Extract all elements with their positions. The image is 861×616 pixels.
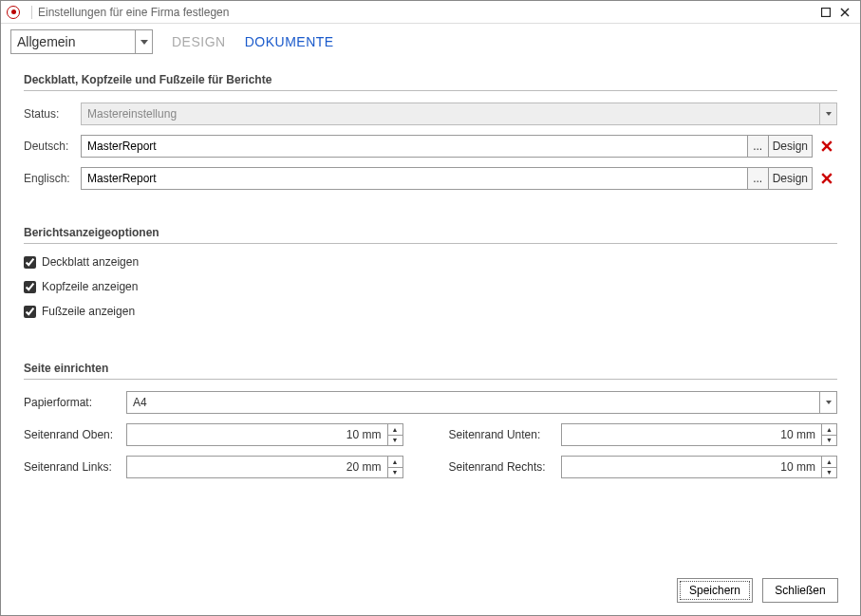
margin-left-spinner[interactable]: 20 mm ▲▼ [126,456,403,478]
close-icon [821,173,833,184]
save-button[interactable]: Speichern [677,578,753,603]
fusszeile-checkbox-row[interactable]: Fußzeile anzeigen [24,305,837,318]
margin-top-value: 10 mm [127,428,387,441]
deutsch-delete-button[interactable] [816,135,837,158]
scope-select-button[interactable] [135,30,152,53]
section-title-display: Berichtsanzeigeoptionen [24,226,837,239]
section-divider [24,379,837,380]
margin-bottom-spinner[interactable]: 10 mm ▲▼ [561,423,838,446]
margin-right-spinner[interactable]: 10 mm ▲▼ [561,456,838,478]
papierformat-select-button[interactable] [819,392,836,413]
section-title-page-setup: Seite einrichten [24,362,837,375]
margin-right-down[interactable]: ▼ [822,468,836,478]
englisch-field[interactable]: ... Design [81,167,813,190]
papierformat-value: A4 [127,396,819,409]
margin-left-down[interactable]: ▼ [388,468,402,478]
fusszeile-label: Fußzeile anzeigen [42,305,135,318]
margin-top-up[interactable]: ▲ [388,424,402,436]
englisch-label: Englisch: [24,172,81,185]
scope-select[interactable]: Allgemein [10,29,153,54]
chevron-down-icon [826,112,832,116]
scope-select-value: Allgemein [11,34,135,49]
papierformat-select[interactable]: A4 [126,391,837,414]
kopfzeile-label: Kopfzeile anzeigen [42,280,138,293]
margin-right-value: 10 mm [562,460,822,474]
deutsch-field[interactable]: ... Design [81,135,813,158]
status-value: Mastereinstellung [82,107,819,121]
deutsch-input[interactable] [82,136,747,157]
section-divider [24,90,837,91]
window-title: Einstellungen für eine Firma festlegen [38,6,229,19]
margin-bottom-down[interactable]: ▼ [822,436,836,446]
margin-left-value: 20 mm [127,460,387,474]
titlebar-separator [31,6,32,19]
englisch-delete-button[interactable] [816,167,837,190]
margin-top-spinner[interactable]: 10 mm ▲▼ [126,423,403,446]
fusszeile-checkbox[interactable] [24,306,36,318]
englisch-design-button[interactable]: Design [768,168,812,189]
margin-bottom-label: Seitenrand Unten: [449,428,561,441]
footer: Speichern Schließen [677,578,838,603]
margin-left-up[interactable]: ▲ [388,457,402,468]
status-label: Status: [24,107,81,121]
close-button[interactable] [835,4,854,21]
margin-right-up[interactable]: ▲ [822,457,836,468]
margin-top-label: Seitenrand Oben: [24,428,126,441]
svg-rect-0 [822,8,831,16]
deckblatt-checkbox[interactable] [24,256,36,269]
section-title-reports: Deckblatt, Kopfzeile und Fußzeile für Be… [24,73,837,86]
app-icon [7,6,20,19]
margin-bottom-value: 10 mm [562,428,822,441]
top-toolbar: Allgemein DESIGN DOKUMENTE [1,24,860,64]
deutsch-label: Deutsch: [24,140,81,153]
papierformat-label: Papierformat: [24,396,126,409]
maximize-button[interactable] [816,4,835,21]
deckblatt-checkbox-row[interactable]: Deckblatt anzeigen [24,255,837,269]
tab-dokumente[interactable]: DOKUMENTE [245,34,334,49]
title-bar: Einstellungen für eine Firma festlegen [1,1,860,24]
margin-bottom-up[interactable]: ▲ [822,424,836,436]
deutsch-browse-button[interactable]: ... [747,136,768,157]
kopfzeile-checkbox-row[interactable]: Kopfzeile anzeigen [24,280,837,293]
chevron-down-icon [826,401,832,404]
margin-right-label: Seitenrand Rechts: [449,460,561,474]
status-select: Mastereinstellung [81,103,837,125]
margin-top-down[interactable]: ▼ [388,436,402,446]
status-select-button [819,103,836,124]
englisch-input[interactable] [82,168,747,189]
margin-left-label: Seitenrand Links: [24,460,126,474]
chevron-down-icon [140,40,148,45]
section-divider [24,243,837,244]
kopfzeile-checkbox[interactable] [24,281,36,293]
tab-design[interactable]: DESIGN [172,34,226,49]
deckblatt-label: Deckblatt anzeigen [42,255,139,269]
deutsch-design-button[interactable]: Design [768,136,812,157]
close-dialog-button[interactable]: Schließen [762,578,838,603]
close-icon [821,140,833,152]
englisch-browse-button[interactable]: ... [747,168,768,189]
